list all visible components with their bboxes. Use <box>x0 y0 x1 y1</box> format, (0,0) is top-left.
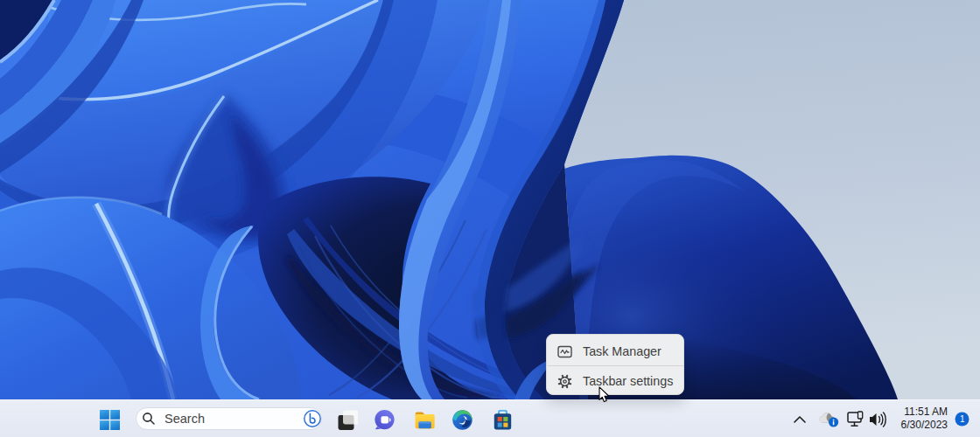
svg-text:1: 1 <box>960 414 965 424</box>
